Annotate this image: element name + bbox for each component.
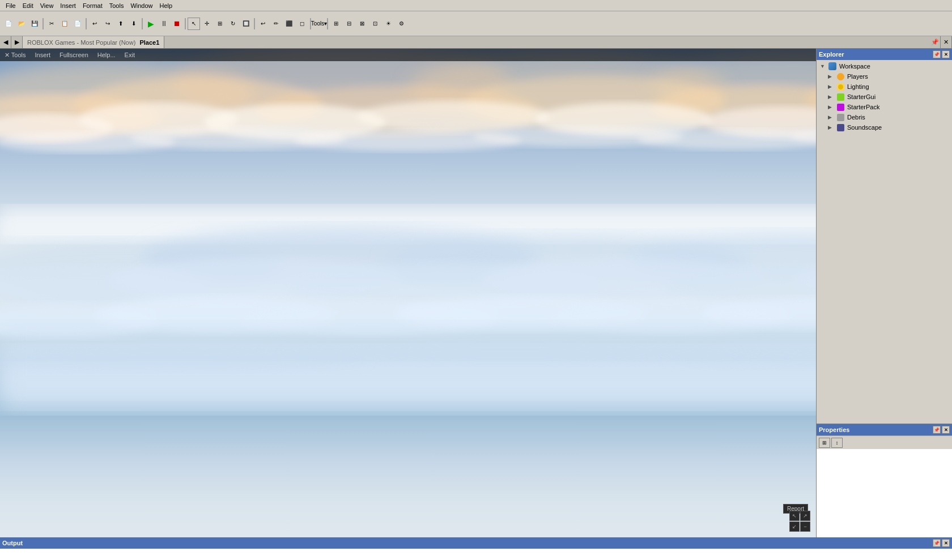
bottom-section: Output 📌 ✕ Command > ▼ (0, 537, 952, 560)
tb-collision[interactable]: 🔲 (240, 18, 252, 30)
menu-help[interactable]: Help (156, 1, 176, 10)
output-close-btn[interactable]: ✕ (942, 539, 950, 547)
tab-place1[interactable]: ROBLOX Games - Most Popular (Now) Place1 (23, 36, 164, 48)
svg-point-13 (357, 101, 550, 132)
lighting-label: Lighting (847, 83, 869, 90)
properties-pin-btn[interactable]: 📌 (933, 426, 941, 434)
workspace-label: Workspace (839, 63, 870, 70)
svg-point-46 (638, 129, 816, 149)
svg-point-11 (79, 102, 238, 136)
workspace-icon (828, 62, 837, 71)
tb-select[interactable]: ↖ (188, 18, 200, 30)
explorer-soundscape[interactable]: ▶ Soundscape (818, 122, 951, 132)
game-tools-btn[interactable]: ✕ Tools (2, 52, 28, 59)
prop-btn-grid[interactable]: ⊞ (819, 438, 830, 448)
svg-point-28 (793, 261, 816, 301)
cam-up-right[interactable]: ↗ (800, 511, 810, 521)
tb-tools-btn[interactable]: Tools▾ (313, 18, 325, 30)
explorer-header-controls: 📌 ✕ (933, 50, 950, 58)
tb-scale2[interactable]: ⊡ (369, 18, 381, 30)
lighting-icon (836, 82, 845, 91)
tab-separator (137, 39, 138, 46)
tb-down[interactable]: ⬇ (128, 18, 140, 30)
tb-cut[interactable]: ✂ (45, 18, 58, 30)
svg-point-25 (283, 262, 601, 305)
game-insert-btn[interactable]: Insert (33, 52, 53, 58)
tb-stop[interactable]: ⏹ (171, 18, 183, 30)
menu-edit[interactable]: Edit (19, 1, 37, 10)
svg-point-24 (108, 258, 402, 303)
explorer-starterpack[interactable]: ▶ StarterPack (818, 102, 951, 112)
menu-window[interactable]: Window (127, 1, 156, 10)
explorer-startergui[interactable]: ▶ StarterGui (818, 92, 951, 102)
tb-up[interactable]: ⬆ (114, 18, 127, 30)
tb-new[interactable]: 📄 (2, 18, 15, 30)
right-panel: Explorer 📌 ✕ ▼ Workspace ▶ (816, 49, 952, 537)
tb-redo[interactable]: ↪ (101, 18, 114, 30)
tab-label: Place1 (139, 39, 159, 46)
tb-snap[interactable]: ⊟ (343, 18, 355, 30)
svg-rect-36 (0, 326, 816, 394)
cam-down-left[interactable]: ↙ (789, 521, 800, 532)
explorer-debris[interactable]: ▶ Debris (818, 112, 951, 122)
tab-close[interactable]: ✕ (941, 36, 952, 48)
output-header-controls: 📌 ✕ (933, 539, 950, 547)
tb-settings[interactable]: ⚙ (395, 18, 407, 30)
tb-move2[interactable]: ⊠ (356, 18, 368, 30)
tab-pin[interactable]: 📌 (929, 36, 941, 48)
explorer-pin-btn[interactable]: 📌 (933, 50, 941, 58)
svg-point-0 (0, 60, 255, 128)
tb-undo2[interactable]: ↩ (257, 18, 269, 30)
tb-light[interactable]: ☀ (382, 18, 394, 30)
explorer-close-btn[interactable]: ✕ (942, 50, 950, 58)
svg-point-4 (0, 94, 159, 139)
properties-close-btn[interactable]: ✕ (942, 426, 950, 434)
game-fullscreen-btn[interactable]: Fullscreen (57, 52, 91, 58)
debris-label: Debris (847, 114, 865, 121)
startergui-arrow: ▶ (828, 94, 834, 100)
tb-save[interactable]: 💾 (28, 18, 41, 30)
menu-tools[interactable]: Tools (106, 1, 128, 10)
svg-point-10 (0, 114, 113, 142)
explorer-lighting[interactable]: ▶ Lighting (818, 82, 951, 92)
menu-insert[interactable]: Insert (57, 1, 79, 10)
tb-draw[interactable]: ✏ (270, 18, 282, 30)
game-help-btn[interactable]: Help... (95, 52, 118, 58)
tb-fill[interactable]: ⬛ (283, 18, 295, 30)
output-header: Output 📌 ✕ (0, 537, 952, 549)
tb-rotate[interactable]: ↻ (227, 18, 239, 30)
starterpack-icon (836, 102, 845, 112)
explorer-workspace[interactable]: ▼ Workspace (818, 61, 951, 71)
tb-pause[interactable]: ⏸ (158, 18, 170, 30)
menu-format[interactable]: Format (79, 1, 106, 10)
tb-undo[interactable]: ↩ (88, 18, 101, 30)
cam-up-left[interactable]: ↖ (789, 511, 800, 521)
game-exit-btn[interactable]: Exit (122, 52, 137, 58)
menu-view[interactable]: View (37, 1, 57, 10)
tb-copy[interactable]: 📋 (58, 18, 71, 30)
cam-zoom-out[interactable]: − (800, 521, 810, 532)
lighting-arrow: ▶ (828, 84, 834, 89)
tb-erase[interactable]: ◻ (296, 18, 308, 30)
tb-scale[interactable]: ⊞ (214, 18, 226, 30)
tb-open[interactable]: 📂 (15, 18, 28, 30)
svg-point-32 (397, 297, 646, 331)
tab-nav-left[interactable]: ◀ (0, 36, 11, 48)
tab-nav-right[interactable]: ▶ (11, 36, 23, 48)
properties-header-controls: 📌 ✕ (933, 426, 950, 434)
menu-file[interactable]: File (2, 1, 19, 10)
explorer-header: Explorer 📌 ✕ (817, 49, 952, 60)
tb-move[interactable]: ✛ (201, 18, 213, 30)
tb-play[interactable]: ▶ (144, 18, 157, 30)
game-toolbar: ✕ Tools Insert Fullscreen Help... Exit (0, 49, 816, 61)
output-pin-btn[interactable]: 📌 (933, 539, 941, 547)
viewport[interactable]: ✕ Tools Insert Fullscreen Help... Exit R… (0, 49, 816, 537)
explorer-players[interactable]: ▶ Players (818, 71, 951, 82)
tb-paste[interactable]: 📄 (71, 18, 84, 30)
prop-btn-sort[interactable]: ↕ (831, 438, 843, 448)
toolbar: 📄 📂 💾 ✂ 📋 📄 ↩ ↪ ⬆ ⬇ ▶ ⏸ ⏹ ↖ ✛ ⊞ ↻ 🔲 ↩ (0, 11, 952, 36)
svg-point-21 (385, 234, 748, 293)
tb-grid[interactable]: ⊞ (330, 18, 342, 30)
explorer-panel: Explorer 📌 ✕ ▼ Workspace ▶ (817, 49, 952, 424)
svg-point-42 (0, 132, 176, 152)
